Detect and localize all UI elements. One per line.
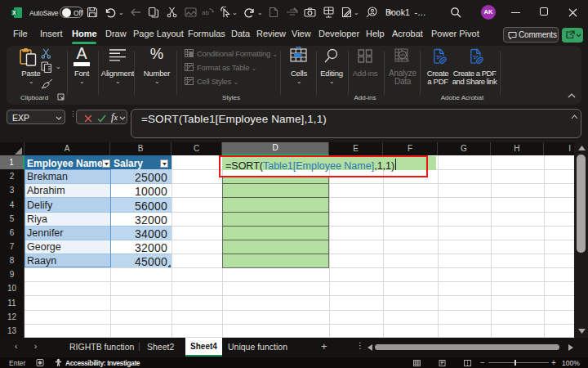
svg-text:ab: ab [202, 9, 209, 16]
svg-text:X: X [12, 10, 16, 16]
